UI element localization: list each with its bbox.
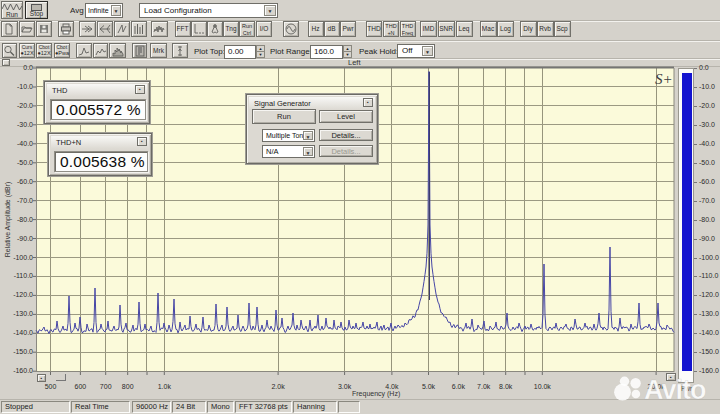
svg-text:S+: S+ xyxy=(655,71,673,87)
svg-text:Avito: Avito xyxy=(644,375,706,405)
